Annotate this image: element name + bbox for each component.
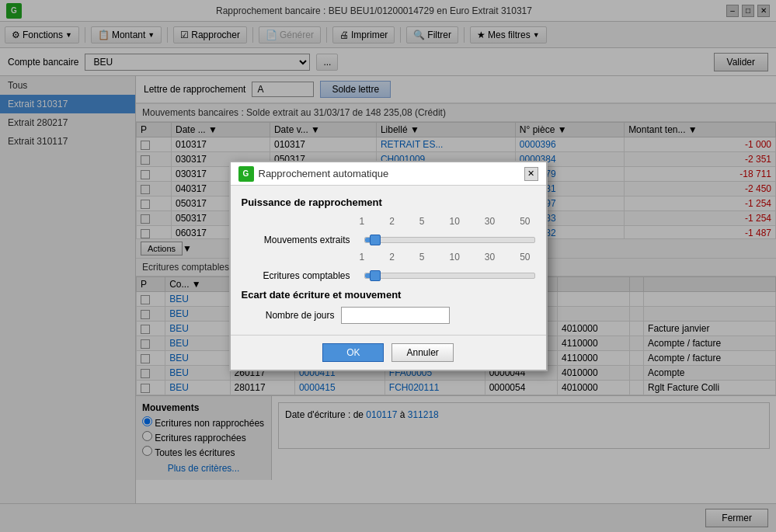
nombre-jours-input[interactable] <box>341 307 450 324</box>
nombre-jours-label: Nombre de jours <box>242 310 335 321</box>
mouvements-extraits-row: Mouvements extraits <box>242 235 535 245</box>
mouvements-slider-thumb[interactable] <box>370 235 381 245</box>
ecart-title: Ecart date écriture et mouvement <box>242 289 535 301</box>
modal-close-button[interactable]: ✕ <box>524 167 538 181</box>
modal-titlebar-left: G Rapprochement automatique <box>238 166 389 182</box>
modal-footer: OK Annuler <box>231 335 546 370</box>
tick-labels-2: 1 2 5 10 30 50 <box>360 252 531 263</box>
mouvements-extraits-slider[interactable] <box>364 237 535 243</box>
ok-button[interactable]: OK <box>322 343 384 362</box>
modal-logo-icon: G <box>238 166 254 182</box>
ecritures-slider-thumb[interactable] <box>370 270 381 281</box>
ecritures-comptables-slider[interactable] <box>364 273 535 279</box>
mouvements-extraits-label: Mouvements extraits <box>242 235 350 245</box>
modal-titlebar: G Rapprochement automatique ✕ <box>231 162 546 186</box>
annuler-button[interactable]: Annuler <box>391 343 453 362</box>
rapprochement-automatique-dialog: G Rapprochement automatique ✕ Puissance … <box>229 161 548 371</box>
nombre-jours-row: Nombre de jours <box>242 307 535 324</box>
ecart-section: Ecart date écriture et mouvement Nombre … <box>242 289 535 324</box>
modal-power-title: Puissance de rapprochement <box>242 196 535 208</box>
modal-overlay: G Rapprochement automatique ✕ Puissance … <box>0 0 776 532</box>
ecritures-comptables-label: Ecritures comptables <box>242 270 350 281</box>
tick-labels: 1 2 5 10 30 50 <box>360 216 531 227</box>
ecritures-comptables-row: Ecritures comptables <box>242 270 535 281</box>
modal-title: Rapprochement automatique <box>259 168 389 179</box>
modal-body: Puissance de rapprochement 1 2 5 10 30 5… <box>231 186 546 335</box>
